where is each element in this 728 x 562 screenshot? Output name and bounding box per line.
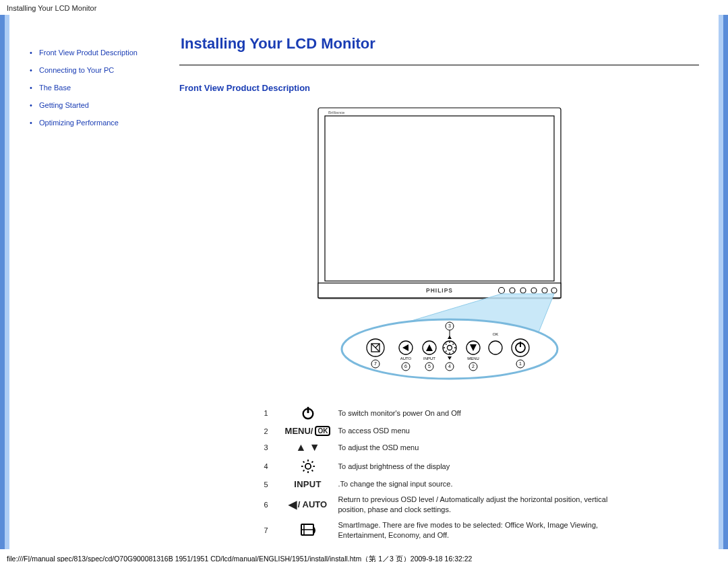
divider [179,65,699,65]
legend-desc: Return to previous OSD level / Automatic… [338,495,615,515]
brightness-icon [278,459,338,474]
bullet-icon: • [30,49,39,57]
monitor-diagram: Brilliance PHILIPS [281,106,598,389]
bullet-icon: • [30,101,39,109]
legend-number: 2 [264,427,278,435]
svg-text:7: 7 [374,361,377,366]
svg-text:1: 1 [519,361,522,366]
legend-row: 6 ◀/ AUTO Return to previous OSD level /… [264,492,615,518]
sidebar-item-optimizing-performance[interactable]: • Optimizing Performance [30,119,179,127]
power-icon [278,406,338,420]
svg-point-47 [489,341,502,354]
sidebar-item-getting-started[interactable]: • Getting Started [30,101,179,109]
bullet-icon: • [30,66,39,74]
legend-number: 7 [264,526,278,534]
svg-rect-1 [325,116,554,281]
main-content: Installing Your LCD Monitor Front View P… [179,15,712,549]
svg-line-61 [311,470,313,472]
legend-row: 1 To switch monitor's power On and Off [264,403,615,423]
smartimage-icon [278,523,338,538]
branding-left-text: Brilliance [328,111,345,115]
svg-point-55 [305,464,310,469]
legend-row: 2 MENU/ OK To access OSD menu [264,423,615,439]
controls-legend: 1 To switch monitor's power On and Off 2… [264,403,615,542]
svg-text:6: 6 [404,364,407,369]
right-gutter [712,15,728,549]
sidebar-item-front-view[interactable]: • Front View Produt Description [30,49,179,57]
svg-text:AUTO: AUTO [400,356,411,361]
legend-number: 6 [264,501,278,509]
svg-point-3 [498,288,504,294]
sidebar-item-connecting-pc[interactable]: • Connecting to Your PC [30,66,179,74]
legend-number: 1 [264,409,278,417]
svg-point-5 [520,288,526,293]
input-label-icon: INPUT [278,479,338,489]
svg-point-8 [551,288,557,293]
svg-text:2: 2 [472,364,475,369]
legend-desc: SmartImage. There are five modes to be s… [338,520,615,540]
section-title: Front View Product Description [179,83,699,93]
svg-text:4: 4 [448,364,451,369]
sidebar-link[interactable]: Optimizing Performance [39,119,119,127]
branding-center-text: PHILIPS [425,287,452,294]
page-title: Installing Your LCD Monitor [181,35,699,53]
legend-desc: To adjust brightness of the display [338,462,615,472]
up-down-arrows-icon: ▲ ▼ [278,441,338,454]
svg-text:INPUT: INPUT [423,356,435,361]
legend-number: 3 [264,443,278,451]
legend-row: 7 SmartImage. There are five modes to be… [264,518,615,543]
svg-text:MENU: MENU [467,356,479,361]
legend-desc: .To change the signal input source. [338,479,615,489]
page-header: Installing Your LCD Monitor [0,0,728,15]
legend-desc: To switch monitor's power On and Off [338,408,615,418]
menu-ok-icon: MENU/ OK [278,426,338,436]
left-gutter [0,15,23,549]
svg-line-63 [303,470,304,472]
svg-point-7 [542,288,547,293]
svg-text:5: 5 [428,364,431,369]
svg-point-4 [510,288,515,293]
legend-number: 5 [264,480,278,489]
sidebar-link[interactable]: The Base [39,84,71,92]
sidebar-nav: • Front View Produt Description • Connec… [23,15,179,549]
legend-row: 3 ▲ ▼ To adjust the OSD menu [264,439,615,456]
legend-desc: To access OSD menu [338,426,615,436]
bullet-icon: • [30,119,39,127]
sidebar-item-the-base[interactable]: • The Base [30,84,179,92]
legend-row: 5 INPUT .To change the signal input sour… [264,476,615,492]
svg-text:OK: OK [492,332,498,336]
bullet-icon: • [30,84,39,92]
svg-point-48 [512,339,529,356]
svg-text:3: 3 [448,323,451,328]
sidebar-link[interactable]: Front View Produt Description [39,49,138,57]
footer-path: file:///F|/manual spec/813/spec/cd/Q70G9… [0,549,728,562]
legend-number: 4 [264,462,278,470]
back-auto-icon: ◀/ AUTO [278,498,338,511]
legend-desc: To adjust the OSD menu [338,443,615,453]
svg-point-6 [531,288,537,293]
sidebar-link[interactable]: Connecting to Your PC [39,66,114,74]
sidebar-link[interactable]: Getting Started [39,101,89,109]
svg-line-62 [311,462,313,463]
svg-line-60 [303,462,304,463]
legend-row: 4 To adjust brightness of the display [264,456,615,476]
